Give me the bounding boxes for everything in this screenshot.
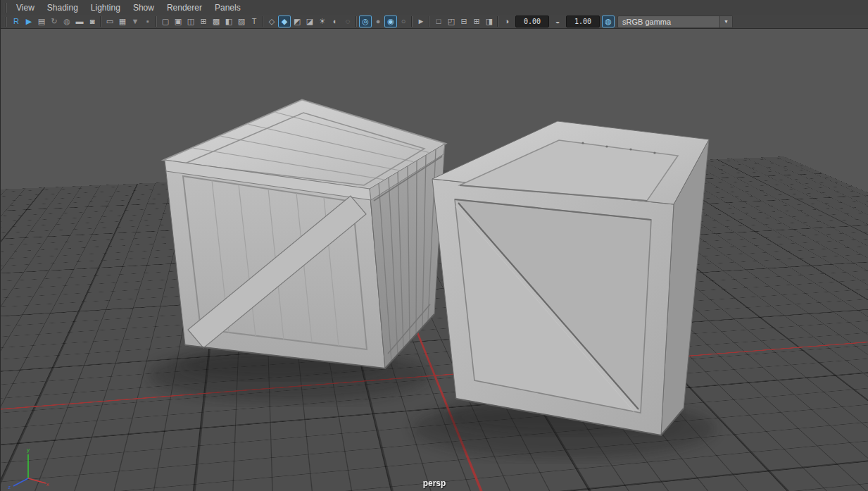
- exposure-field[interactable]: [515, 15, 549, 27]
- toolbar-separator: [154, 16, 159, 27]
- filmstrip-icon[interactable]: ▦: [116, 15, 129, 27]
- textured-cube-icon[interactable]: ◩: [291, 15, 303, 27]
- left-crate-model[interactable]: [165, 100, 445, 368]
- camera-icon[interactable]: ◙: [86, 15, 99, 27]
- svg-text:y: y: [27, 447, 30, 453]
- menubar-drag-handle[interactable]: [3, 3, 8, 13]
- maya-viewport-panel: ViewShadingLightingShowRendererPanels R▶…: [0, 0, 868, 491]
- perspective-viewport[interactable]: y x z persp: [1, 28, 868, 491]
- svg-text:z: z: [8, 484, 11, 490]
- outliner-pane-icon[interactable]: ◨: [483, 15, 496, 27]
- text-overlay-icon[interactable]: T: [248, 15, 260, 27]
- panel-menus: ViewShadingLightingShowRendererPanels: [10, 1, 247, 15]
- viewport-toolbar: R▶▤↻◍▬◙▭▦▼▪▢▣◫⊞▩◧▨T◇◆◩◪☀◐◌◎●◉○►□◰⊟⊞◨ ◑ ◒…: [1, 15, 868, 29]
- toolbar-separator: [427, 16, 432, 27]
- camera-name-label: persp: [423, 478, 446, 488]
- view-transform-dropdown[interactable]: sRGB gamma ▼: [617, 15, 733, 28]
- exposure-icon[interactable]: ◑: [501, 15, 513, 27]
- menu-renderer[interactable]: Renderer: [161, 1, 208, 15]
- select-tool-icon[interactable]: ►: [415, 15, 427, 27]
- view-axis-indicator: y x z: [5, 443, 51, 490]
- gate-mask-icon[interactable]: ◫: [184, 15, 197, 27]
- svg-text:x: x: [46, 481, 49, 487]
- menu-view[interactable]: View: [10, 1, 41, 15]
- ssao-sphere-icon[interactable]: ◎: [359, 15, 372, 27]
- toolbar-separator: [99, 16, 103, 27]
- gamma-field[interactable]: [566, 15, 600, 27]
- gamma-icon[interactable]: ◒: [551, 15, 564, 27]
- film-gate-icon[interactable]: ▢: [159, 15, 172, 27]
- bookmark-icon[interactable]: ▼: [129, 15, 141, 27]
- toolbar-drag-handle[interactable]: [3, 17, 8, 27]
- scene-geometry: [1, 28, 868, 491]
- material-cube-icon[interactable]: ◪: [303, 15, 316, 27]
- globe-icon[interactable]: ◍: [61, 15, 73, 27]
- shaded-cube-icon[interactable]: ◆: [278, 15, 291, 27]
- wireframe-cube-icon[interactable]: ◇: [265, 15, 278, 27]
- toolbar-icons: R▶▤↻◍▬◙▭▦▼▪▢▣◫⊞▩◧▨T◇◆◩◪☀◐◌◎●◉○►□◰⊟⊞◨: [10, 15, 501, 27]
- motion-blur-icon[interactable]: ●: [372, 15, 384, 27]
- renderman-logo-icon[interactable]: R: [10, 15, 23, 27]
- snapshot-icon[interactable]: ▤: [35, 15, 48, 27]
- single-pane-icon[interactable]: □: [432, 15, 445, 27]
- clapperboard-icon[interactable]: ▭: [103, 15, 116, 27]
- toolbar-separator: [354, 16, 359, 27]
- menu-shading[interactable]: Shading: [41, 1, 84, 15]
- safe-title-icon[interactable]: ◧: [222, 15, 235, 27]
- four-pane-icon[interactable]: ⊞: [470, 15, 483, 27]
- chevron-down-icon[interactable]: ▼: [719, 16, 732, 27]
- resolution-gate-icon[interactable]: ▣: [172, 15, 184, 27]
- right-crate-model[interactable]: [432, 121, 709, 435]
- ipr-refresh-icon[interactable]: ↻: [48, 15, 61, 27]
- use-all-lights-icon[interactable]: ☀: [316, 15, 329, 27]
- stacked-pane-icon[interactable]: ⊟: [458, 15, 470, 27]
- occlusion-sphere-icon[interactable]: ◌: [341, 15, 354, 27]
- antialias-sphere-icon[interactable]: ◉: [384, 15, 397, 27]
- safe-action-icon[interactable]: ▩: [210, 15, 222, 27]
- field-chart-icon[interactable]: ⊞: [197, 15, 210, 27]
- toolbar-separator: [496, 16, 501, 27]
- pin-icon[interactable]: ▪: [141, 15, 154, 27]
- panel-menubar: ViewShadingLightingShowRendererPanels: [1, 0, 868, 15]
- shadows-icon[interactable]: ◐: [329, 15, 341, 27]
- menu-show[interactable]: Show: [127, 1, 161, 15]
- toolbar-separator: [410, 16, 415, 27]
- fill-gate-icon[interactable]: ▨: [235, 15, 248, 27]
- view-transform-icon[interactable]: ◍: [602, 15, 615, 27]
- xray-icon[interactable]: ○: [397, 15, 410, 27]
- view-transform-value: sRGB gamma: [618, 18, 719, 26]
- film-slate-icon[interactable]: ▬: [73, 15, 86, 27]
- render-view-icon[interactable]: ▶: [23, 15, 35, 27]
- menu-lighting[interactable]: Lighting: [84, 1, 127, 15]
- toolbar-separator: [260, 16, 265, 27]
- two-pane-icon[interactable]: ◰: [445, 15, 458, 27]
- menu-panels[interactable]: Panels: [208, 1, 247, 15]
